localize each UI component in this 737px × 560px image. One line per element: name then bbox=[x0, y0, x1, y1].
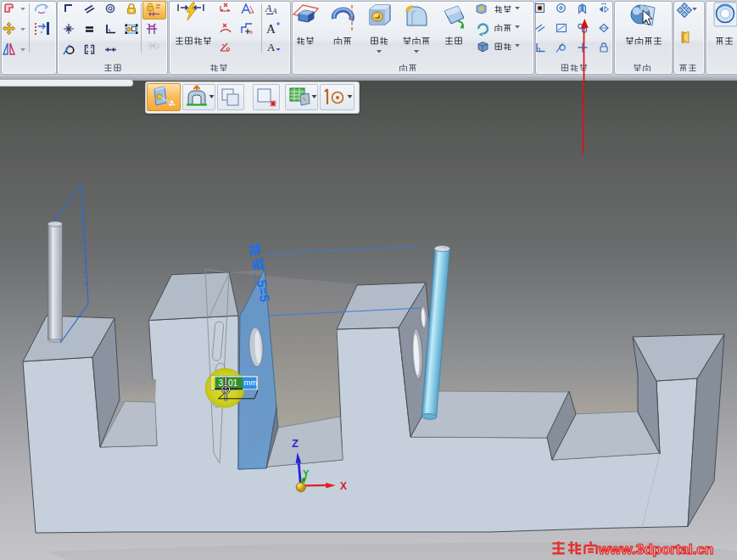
svg-text:Y: Y bbox=[303, 468, 310, 479]
svg-text:01: 01 bbox=[228, 378, 238, 388]
svg-text:www.3dportal.cn: www.3dportal.cn bbox=[598, 541, 713, 557]
svg-text:mm: mm bbox=[244, 378, 258, 387]
svg-text:X: X bbox=[340, 480, 347, 492]
svg-text:Z: Z bbox=[292, 437, 299, 450]
